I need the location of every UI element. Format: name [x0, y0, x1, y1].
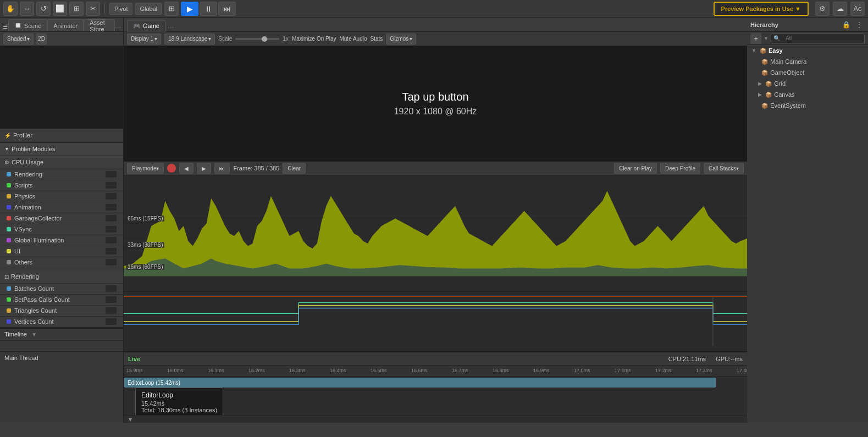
timeline-toolbar: Live CPU:21.11ms GPU:--ms — [124, 352, 747, 366]
profiler-modules-label: Profiler Modules — [12, 146, 55, 152]
main-thread-label: Main Thread — [0, 352, 123, 364]
add-object-btn[interactable]: + — [750, 33, 761, 44]
tooltip-title: EditorLoop — [141, 391, 217, 399]
account-icon-btn[interactable]: Ac — [850, 2, 865, 16]
global-btn[interactable]: Global — [135, 3, 162, 15]
landscape-dropdown[interactable]: 18:9 Landscape ▾ — [164, 34, 215, 45]
hand-tool-btn[interactable]: ✋ — [3, 2, 18, 16]
last-frame-btn[interactable]: ⏭ — [214, 163, 230, 174]
rotate-tool-btn[interactable]: ↺ — [36, 2, 51, 16]
hierarchy-item-easy[interactable]: ▼ 📦 Easy — [747, 45, 868, 56]
hierarchy-item-main-camera[interactable]: 📦 Main Camera — [747, 56, 868, 67]
hierarchy-item-grid[interactable]: ▶ 📦 Grid — [747, 78, 868, 89]
hierarchy-item-gameobject[interactable]: 📦 GameObject — [747, 67, 868, 78]
hierarchy-title: Hierarchy — [750, 21, 778, 28]
rect-tool-btn[interactable]: ⊞ — [69, 2, 84, 16]
record-btn[interactable] — [167, 164, 176, 173]
render-item-vertices-count[interactable]: Vertices Count — [0, 317, 123, 328]
step-button[interactable]: ⏭ — [218, 2, 236, 16]
tab-scene[interactable]: 🔲 Scene — [8, 19, 47, 31]
cpu-item-ui[interactable]: UI — [0, 246, 123, 257]
hierarchy-lock-icon[interactable]: 🔒 — [841, 19, 852, 30]
game-toolbar: Display 1 ▾ 18:9 Landscape ▾ Scale 1x Ma… — [124, 32, 747, 46]
cpu-item-global-illumination[interactable]: Global Illumination — [0, 235, 123, 246]
cpu-item-animation[interactable]: Animation — [0, 202, 123, 213]
timeline-chart: 15.9ms16.0ms16.1ms16.2ms16.3ms16.4ms16.5… — [124, 366, 747, 415]
fps-16-label: 16ms (60FPS) — [126, 264, 164, 270]
gizmos-dropdown[interactable]: Gizmos ▾ — [386, 34, 416, 45]
tick-3: 16.2ms — [248, 368, 265, 373]
main-layout: ☰ 🔲 Scene Animator Asset Store ⋯ Shaded … — [0, 18, 868, 423]
timeline-scrollbar[interactable]: ▼ — [124, 415, 747, 423]
deep-profile-btn[interactable]: Deep Profile — [660, 163, 700, 174]
timeline-label: Timeline — [4, 331, 27, 338]
hierarchy-item-eventsystem[interactable]: 📦 EventSystem — [747, 100, 868, 111]
scale-handle[interactable] — [262, 36, 267, 42]
tick-6: 16.5ms — [371, 368, 387, 373]
tab-more-btn[interactable]: ⋯ — [115, 24, 121, 31]
move-tool-btn[interactable]: ↔ — [20, 2, 34, 16]
clear-on-play-btn[interactable]: Clear on Play — [614, 163, 657, 174]
preview-packages-button[interactable]: Preview Packages in Use ▼ — [714, 2, 809, 16]
cpu-item-vsync[interactable]: VSync — [0, 224, 123, 235]
tick-12: 17.1ms — [615, 368, 631, 373]
play-button[interactable]: ▶ — [181, 2, 198, 16]
transform-tool-btn[interactable]: ✂ — [86, 2, 100, 16]
tick-9: 16.8ms — [493, 368, 509, 373]
profiler-modules-header[interactable]: ▼ Profiler Modules — [0, 143, 123, 156]
cpu-item-rendering[interactable]: Rendering — [0, 169, 123, 180]
hierarchy-search-container[interactable]: 🔍 — [771, 34, 865, 43]
tab-animator[interactable]: Animator — [47, 19, 84, 31]
cpu-chart-area[interactable]: 66ms (15FPS) 33ms (30FPS) 16ms (60FPS) — [124, 176, 747, 291]
tick-7: 16.6ms — [411, 368, 428, 373]
cpu-item-physics[interactable]: Physics — [0, 191, 123, 202]
rendering-label: Rendering — [11, 273, 39, 280]
rendering-chart-area[interactable] — [124, 291, 747, 351]
tick-0: 15.9ms — [126, 368, 143, 373]
playmode-btn[interactable]: Playmode ▾ — [127, 163, 164, 174]
hierarchy-item-canvas[interactable]: ▶ 📦 Canvas — [747, 89, 868, 100]
2d-btn[interactable]: 2D — [36, 34, 47, 45]
render-item-triangles-count[interactable]: Triangles Count — [0, 306, 123, 317]
scale-tool-btn[interactable]: ⬜ — [53, 2, 67, 16]
shaded-dropdown[interactable]: Shaded ▾ — [3, 34, 34, 45]
fps-66-label: 66ms (15FPS) — [126, 215, 164, 222]
gpu-stat: GPU:--ms — [716, 356, 743, 362]
editor-loop-bar[interactable]: EditorLoop (15.42ms) — [124, 378, 716, 388]
render-item-setpass-calls-count[interactable]: SetPass Calls Count — [0, 295, 123, 306]
game-text-sub: 1920 x 1080 @ 60Hz — [394, 107, 477, 117]
render-item-batches-count[interactable]: Batches Count — [0, 284, 123, 295]
settings-icon-btn[interactable]: ⚙ — [815, 2, 830, 16]
call-stacks-btn[interactable]: Call Stacks ▾ — [704, 163, 744, 174]
profiler-tab-label[interactable]: Profiler — [13, 132, 32, 139]
hierarchy-search-input[interactable] — [782, 34, 862, 43]
main-thread-row: EditorLoop (15.42ms) — [124, 377, 747, 389]
scroll-down-icon[interactable]: ▼ — [127, 416, 134, 423]
grid-btn[interactable]: ⊞ — [164, 2, 179, 16]
rendering-section-header: ⊡ Rendering — [0, 270, 123, 284]
display-dropdown[interactable]: Display 1 ▾ — [127, 34, 161, 45]
tab-asset-store[interactable]: Asset Store — [84, 19, 115, 31]
timeline-ruler: 15.9ms16.0ms16.1ms16.2ms16.3ms16.4ms16.5… — [124, 366, 747, 377]
scale-slider[interactable] — [235, 38, 279, 40]
cpu-item-scripts[interactable]: Scripts — [0, 180, 123, 191]
tab-game[interactable]: 🎮 Game — [127, 20, 165, 32]
hierarchy-more-icon[interactable]: ⋮ — [854, 19, 865, 30]
game-tab-more[interactable]: ⋯ — [168, 24, 174, 31]
cpu-item-others[interactable]: Others — [0, 257, 123, 268]
mute-audio-label: Mute Audio — [339, 36, 367, 42]
prev-frame-btn[interactable]: ◀ — [179, 163, 193, 174]
cloud-icon-btn[interactable]: ☁ — [833, 2, 847, 16]
cpu-usage-section-header: ⚙ CPU Usage — [0, 156, 123, 169]
game-view: Tap up button 1920 x 1080 @ 60Hz — [124, 46, 747, 162]
game-text-main: Tap up button — [402, 91, 468, 103]
tooltip-ms: 15.42ms — [141, 400, 217, 407]
scene-menu-icon[interactable]: ☰ — [2, 21, 8, 31]
cpu-item-garbagecollector[interactable]: GarbageCollector — [0, 213, 123, 224]
add-dropdown-arrow[interactable]: ▾ — [765, 35, 767, 41]
clear-btn[interactable]: Clear — [283, 163, 306, 174]
modules-chevron: ▼ — [4, 146, 9, 152]
next-frame-btn[interactable]: ▶ — [197, 163, 211, 174]
pivot-btn[interactable]: Pivot — [109, 3, 132, 15]
pause-button[interactable]: ⏸ — [200, 2, 217, 16]
